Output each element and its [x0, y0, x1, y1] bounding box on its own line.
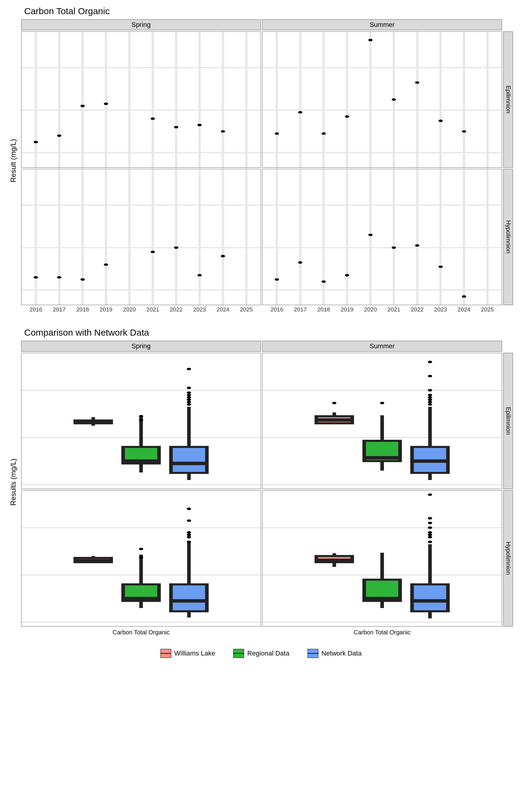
legend-label: Williams Lake — [174, 649, 215, 657]
svg-point-80 — [345, 274, 349, 277]
svg-rect-160 — [412, 584, 448, 611]
svg-point-95 — [139, 419, 143, 421]
row-strip-epi: Epilimnion — [503, 32, 513, 168]
svg-point-103 — [187, 396, 191, 399]
svg-point-147 — [187, 531, 191, 533]
svg-point-83 — [415, 244, 419, 247]
svg-point-114 — [332, 402, 336, 404]
svg-point-40 — [415, 81, 419, 84]
svg-point-16 — [104, 103, 108, 105]
legend-swatch — [233, 649, 244, 658]
svg-point-140 — [139, 556, 143, 559]
boxplot-facet-chart: Results (mg/L) Comparison with Network D… — [6, 327, 516, 637]
box-row-hypo: Hypolimnion — [503, 490, 513, 627]
svg-point-34 — [275, 132, 279, 135]
scatter-facet-chart: Result (mg/L) Carbon Total Organic Sprin… — [6, 6, 516, 316]
svg-point-126 — [428, 393, 432, 396]
svg-rect-142 — [171, 584, 207, 611]
svg-point-129 — [428, 361, 432, 363]
svg-point-18 — [174, 126, 178, 128]
svg-point-122 — [428, 403, 432, 406]
svg-point-127 — [428, 389, 432, 391]
legend-swatch — [307, 649, 318, 658]
box-xlabel-1: Carbon Total Organic — [262, 628, 502, 637]
svg-point-163 — [428, 536, 432, 538]
svg-point-20 — [221, 130, 225, 133]
svg-point-104 — [187, 393, 191, 396]
svg-point-125 — [428, 396, 432, 399]
box-xlabel-0: Carbon Total Organic — [21, 628, 261, 637]
svg-point-13 — [34, 141, 38, 143]
svg-point-63 — [221, 255, 225, 257]
svg-point-81 — [368, 234, 373, 236]
svg-point-118 — [380, 402, 384, 404]
box-col-spring: Spring — [21, 341, 261, 352]
svg-point-84 — [438, 266, 443, 268]
svg-point-144 — [187, 541, 191, 543]
svg-point-96 — [139, 415, 143, 418]
row-strip-hypo: Hypolimnion — [503, 169, 513, 305]
svg-point-139 — [139, 548, 143, 550]
svg-point-148 — [187, 519, 191, 522]
svg-point-78 — [298, 261, 302, 264]
svg-point-19 — [197, 124, 201, 126]
svg-point-100 — [187, 403, 191, 406]
legend-label: Regional Data — [247, 649, 289, 657]
svg-point-106 — [187, 387, 191, 389]
box-y-title: Results (mg/L) — [9, 459, 18, 506]
svg-point-162 — [428, 541, 432, 543]
svg-point-146 — [187, 533, 191, 536]
box-col-summer: Summer — [262, 341, 502, 352]
legend-item: Network Data — [307, 649, 362, 658]
svg-point-149 — [187, 508, 191, 510]
svg-point-123 — [428, 401, 432, 403]
svg-point-15 — [80, 105, 85, 107]
svg-point-77 — [275, 278, 279, 281]
scatter-title: Carbon Total Organic — [24, 6, 516, 16]
svg-point-164 — [428, 533, 432, 536]
svg-point-14 — [57, 135, 61, 137]
svg-rect-98 — [171, 447, 207, 473]
svg-point-36 — [321, 132, 326, 135]
svg-point-59 — [104, 263, 108, 266]
svg-point-79 — [321, 280, 326, 283]
svg-point-61 — [174, 246, 178, 249]
svg-point-42 — [462, 130, 466, 133]
svg-point-62 — [197, 274, 201, 277]
scatter-y-title: Result (mg/L) — [9, 139, 18, 182]
svg-point-169 — [428, 493, 432, 496]
svg-point-38 — [368, 39, 373, 41]
svg-point-58 — [80, 278, 85, 281]
svg-point-107 — [187, 368, 191, 370]
svg-point-57 — [57, 276, 61, 279]
svg-point-105 — [187, 391, 191, 394]
svg-point-165 — [428, 531, 432, 533]
legend-item: Regional Data — [233, 649, 289, 658]
svg-point-145 — [187, 536, 191, 538]
svg-point-166 — [428, 527, 432, 529]
svg-point-35 — [298, 111, 302, 114]
svg-point-167 — [428, 522, 432, 524]
svg-point-41 — [438, 120, 443, 122]
svg-point-168 — [428, 517, 432, 520]
legend: Williams LakeRegional DataNetwork Data — [6, 649, 516, 658]
legend-swatch — [160, 649, 171, 658]
legend-label: Network Data — [321, 649, 362, 657]
svg-point-102 — [187, 399, 191, 401]
box-title: Comparison with Network Data — [24, 327, 516, 338]
svg-point-128 — [428, 375, 432, 377]
legend-item: Williams Lake — [160, 649, 215, 658]
svg-point-60 — [151, 251, 155, 253]
col-strip-spring: Spring — [21, 19, 261, 30]
col-strip-summer: Summer — [262, 19, 502, 30]
svg-point-101 — [187, 401, 191, 403]
svg-point-124 — [428, 399, 432, 401]
svg-point-56 — [34, 276, 38, 279]
svg-point-39 — [392, 98, 396, 101]
svg-point-17 — [151, 118, 155, 120]
svg-point-37 — [345, 116, 349, 118]
svg-point-82 — [392, 246, 396, 249]
svg-point-85 — [462, 295, 466, 298]
box-row-epi: Epilimnion — [503, 353, 513, 489]
